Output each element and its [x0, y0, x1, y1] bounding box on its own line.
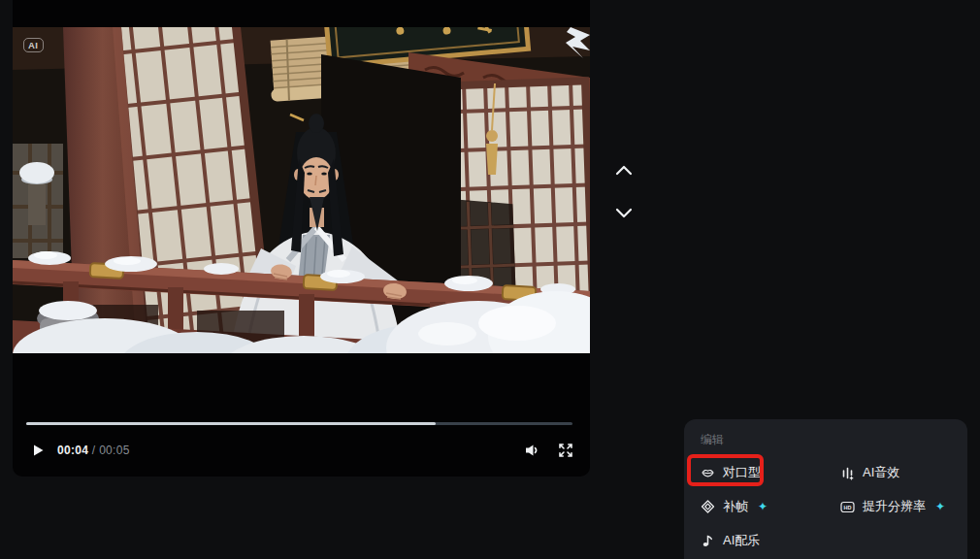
- lips-icon: [701, 466, 715, 480]
- next-item-button[interactable]: [611, 201, 637, 226]
- hd-icon: HD: [840, 500, 855, 514]
- menu-item-label: AI配乐: [723, 532, 760, 549]
- frame-interpolation-icon: [701, 500, 715, 514]
- time-display: 00:04 / 00:05: [57, 444, 130, 457]
- menu-item-label: 对口型: [723, 464, 761, 481]
- video-player: AI 00:04 / 00:05: [13, 0, 590, 477]
- chevron-down-icon: [613, 207, 635, 220]
- menu-header: 编辑: [684, 419, 967, 448]
- previous-item-button[interactable]: [611, 157, 637, 182]
- svg-text:HD: HD: [844, 505, 852, 510]
- menu-item-label: 提升分辨率: [863, 498, 926, 515]
- music-note-icon: [701, 534, 715, 548]
- menu-body: 对口型 AI音效: [684, 448, 967, 548]
- menu-item-ai-sound-effect[interactable]: AI音效: [840, 465, 951, 480]
- menu-item-upscale-resolution[interactable]: HD 提升分辨率 ✦: [840, 499, 951, 514]
- premium-sparkle-icon: ✦: [935, 500, 945, 513]
- app-window: AI 00:04 / 00:05: [0, 0, 980, 559]
- menu-item-label: 补帧: [723, 498, 748, 515]
- volume-button[interactable]: [520, 439, 543, 462]
- volume-icon: [524, 443, 540, 458]
- menu-item-ai-music[interactable]: AI配乐: [701, 533, 840, 548]
- ai-generated-badge: AI: [23, 38, 44, 52]
- duration: 00:05: [99, 444, 130, 457]
- menu-item-lip-sync[interactable]: 对口型: [701, 465, 840, 480]
- sound-effect-icon: [840, 466, 855, 480]
- chevron-up-icon: [613, 163, 635, 177]
- fullscreen-button[interactable]: [554, 439, 577, 462]
- progress-bar[interactable]: [26, 422, 572, 425]
- fullscreen-icon: [558, 443, 573, 458]
- edit-menu-panel: 编辑 对口型: [684, 419, 967, 559]
- premium-sparkle-icon: ✦: [758, 500, 768, 513]
- menu-item-frame-interpolation[interactable]: 补帧 ✦: [701, 499, 840, 514]
- player-controls: 00:04 / 00:05: [26, 436, 577, 465]
- play-icon: [30, 443, 46, 458]
- progress-fill: [26, 422, 436, 425]
- menu-item-label: AI音效: [863, 464, 899, 481]
- video-frame[interactable]: [13, 27, 590, 353]
- play-button[interactable]: [26, 439, 49, 462]
- video-scene-illustration: [13, 27, 590, 353]
- current-time: 00:04: [57, 444, 88, 457]
